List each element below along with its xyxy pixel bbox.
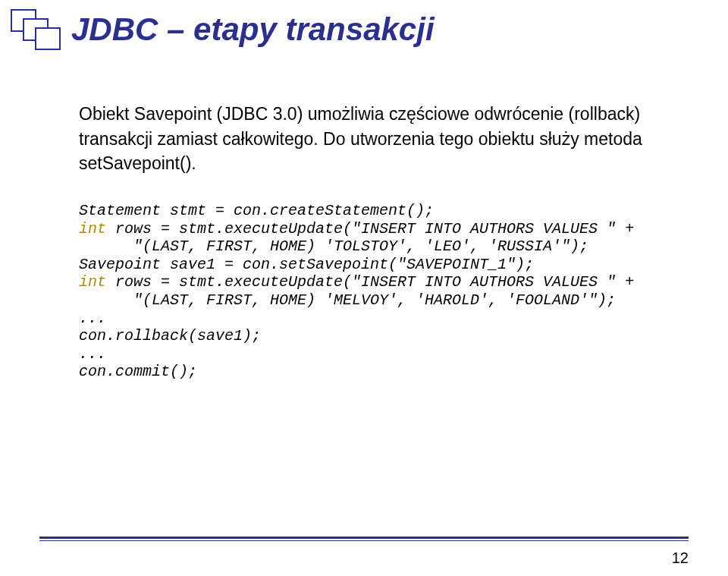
slide-title: JDBC – etapy transakcji [71, 11, 435, 48]
page-number: 12 [672, 549, 689, 567]
footer-rule [39, 537, 689, 541]
code-block: Statement stmt = con.createStatement(); … [79, 202, 682, 381]
code-line: rows = stmt.executeUpdate("INSERT INTO A… [106, 273, 634, 291]
code-line: ... [79, 310, 106, 327]
header: JDBC – etapy transakcji [0, 6, 728, 53]
code-line: rows = stmt.executeUpdate("INSERT INTO A… [106, 220, 634, 238]
slide: JDBC – etapy transakcji Obiekt Savepoint… [0, 0, 728, 576]
stacked-squares-icon [8, 6, 61, 53]
code-line: Statement stmt = con.createStatement(); [79, 202, 434, 219]
code-line: Savepoint save1 = con.setSavepoint("SAVE… [79, 256, 534, 273]
keyword: int [79, 220, 106, 238]
code-line: "(LAST, FIRST, HOME) 'MELVOY', 'HAROLD',… [79, 291, 616, 309]
keyword: int [79, 273, 106, 291]
code-line: con.rollback(save1); [79, 327, 261, 345]
code-line: "(LAST, FIRST, HOME) 'TOLSTOY', 'LEO', '… [79, 238, 588, 255]
code-line: ... [79, 345, 106, 363]
body-paragraph: Obiekt Savepoint (JDBC 3.0) umożliwia cz… [79, 102, 655, 176]
code-line: con.commit(); [79, 363, 197, 380]
